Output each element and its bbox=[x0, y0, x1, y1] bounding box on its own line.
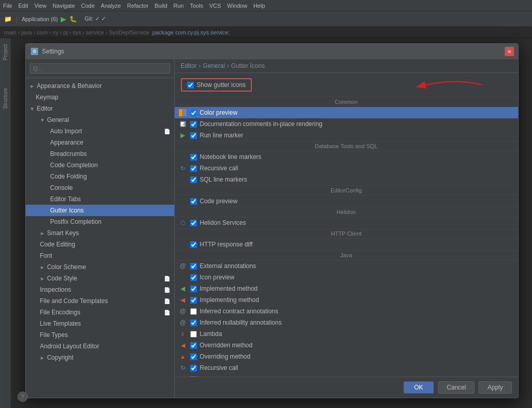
menu-edit[interactable]: Edit bbox=[19, 3, 28, 9]
menu-refactor[interactable]: Refactor bbox=[127, 3, 149, 9]
tree-item-breadcrumbs[interactable]: Breadcrumbs bbox=[26, 148, 174, 159]
inferred-contract-checkbox[interactable] bbox=[190, 308, 197, 315]
gutter-item-inferred-nullability[interactable]: @ Inferred nullability annotations bbox=[175, 317, 518, 328]
tree-item-general[interactable]: ▼ General bbox=[26, 114, 174, 126]
gutter-item-icon-preview[interactable]: Icon preview bbox=[175, 272, 518, 283]
menu-navigate[interactable]: Navigate bbox=[52, 3, 75, 9]
gutter-item-color-preview[interactable]: Color preview bbox=[175, 107, 518, 118]
tree-item-file-code-templates[interactable]: File and Code Templates 📄 bbox=[26, 295, 174, 307]
gutter-item-implemented-method[interactable]: ◀ Implemented method bbox=[175, 283, 518, 294]
lambda-label: Lambda bbox=[200, 330, 222, 338]
icon-preview-checkbox[interactable] bbox=[190, 274, 197, 281]
menu-code[interactable]: Code bbox=[81, 3, 95, 9]
tree-item-appearance-behavior[interactable]: ► Appearance & Behavior bbox=[26, 80, 174, 92]
tree-item-code-completion[interactable]: Code Completion bbox=[26, 159, 174, 171]
tree-item-code-editing[interactable]: Code Editing bbox=[26, 239, 174, 250]
gutter-item-overriding-method[interactable]: ▲ Overriding method bbox=[175, 351, 518, 362]
menu-file[interactable]: File bbox=[3, 3, 12, 9]
implementing-method-checkbox[interactable] bbox=[190, 297, 197, 304]
gutter-item-implementing-method[interactable]: ◀ Implementing method bbox=[175, 294, 518, 306]
external-annotations-checkbox[interactable] bbox=[190, 263, 197, 270]
implemented-method-checkbox[interactable] bbox=[190, 286, 197, 292]
menu-window[interactable]: Window bbox=[227, 3, 247, 9]
overriding-method-checkbox[interactable] bbox=[190, 353, 197, 360]
menu-build[interactable]: Build bbox=[155, 3, 167, 9]
helidon-services-checkbox[interactable] bbox=[190, 220, 197, 226]
dialog-titlebar: ⚙ Settings ✕ bbox=[26, 44, 518, 59]
tree-item-editor[interactable]: ▼ Editor bbox=[26, 103, 174, 114]
http-response-diff-label: HTTP response diff bbox=[200, 241, 253, 248]
tree-item-android-layout[interactable]: Android Layout Editor bbox=[26, 341, 174, 352]
tree-item-gutter-icons[interactable]: Gutter Icons bbox=[26, 205, 174, 216]
show-gutter-checkbox[interactable] bbox=[187, 82, 194, 88]
tree-item-copyright[interactable]: ► Copyright bbox=[26, 352, 174, 363]
color-preview-checkbox[interactable] bbox=[190, 110, 197, 116]
breadcrumb-editor[interactable]: Editor bbox=[181, 62, 197, 69]
gutter-item-notebook-markers[interactable]: Notebook line markers bbox=[175, 151, 518, 163]
run-line-marker-checkbox[interactable] bbox=[190, 132, 197, 139]
gutter-item-lambda[interactable]: λ Lambda bbox=[175, 328, 518, 340]
red-arrow-icon bbox=[415, 76, 487, 94]
gutter-item-overridden-method[interactable]: ◀ Overridden method bbox=[175, 340, 518, 351]
gutter-item-recursive-call[interactable]: ↻ Recursive call bbox=[175, 163, 518, 174]
tree-item-postfix-completion[interactable]: Postfix Completion bbox=[26, 216, 174, 227]
cancel-button[interactable]: Cancel bbox=[438, 381, 474, 394]
tree-item-console[interactable]: Console bbox=[26, 182, 174, 193]
tree-item-code-style[interactable]: ► Code Style 📄 bbox=[26, 273, 174, 284]
tree-item-smart-keys[interactable]: ► Smart Keys bbox=[26, 227, 174, 239]
recursive-call-icon: ↻ bbox=[179, 165, 187, 172]
gutter-item-run-line-marker[interactable]: ▶ Run line marker bbox=[175, 130, 518, 141]
lambda-checkbox[interactable] bbox=[190, 331, 197, 338]
tree-item-font[interactable]: Font bbox=[26, 250, 174, 261]
side-tab-project[interactable]: Project bbox=[2, 41, 9, 63]
tree-item-live-templates[interactable]: Live Templates bbox=[26, 318, 174, 329]
code-preview-label: Code preview bbox=[200, 198, 237, 205]
menu-tools[interactable]: Tools bbox=[190, 3, 203, 9]
tree-item-appearance[interactable]: Appearance bbox=[26, 137, 174, 148]
debug-button[interactable]: 🐛 bbox=[69, 15, 77, 23]
overridden-method-checkbox[interactable] bbox=[190, 342, 197, 349]
helidon-services-label: Helidon Services bbox=[200, 219, 246, 226]
gutter-item-external-annotations[interactable]: @ External annotations bbox=[175, 260, 518, 272]
menu-help[interactable]: Help bbox=[253, 3, 265, 9]
side-tab-structure[interactable]: Structure bbox=[2, 85, 9, 112]
tree-item-inspections[interactable]: Inspections 📄 bbox=[26, 284, 174, 295]
gutter-item-http-response-diff[interactable]: HTTP response diff bbox=[175, 239, 518, 250]
overriding-method-label: Overriding method bbox=[200, 353, 251, 360]
menu-view[interactable]: View bbox=[34, 3, 47, 9]
tree-item-file-encodings[interactable]: File Encodings 📄 bbox=[26, 307, 174, 318]
ok-button[interactable]: OK bbox=[403, 381, 434, 394]
gutter-item-code-preview[interactable]: Code preview bbox=[175, 196, 518, 207]
recursive-call-java-checkbox[interactable] bbox=[190, 365, 197, 371]
tree-item-code-folding[interactable]: Code Folding bbox=[26, 171, 174, 182]
menu-vcs[interactable]: VCS bbox=[209, 3, 221, 9]
menu-run[interactable]: Run bbox=[173, 3, 184, 9]
tree-item-file-types[interactable]: File Types bbox=[26, 329, 174, 341]
notebook-markers-checkbox[interactable] bbox=[190, 154, 197, 161]
doc-comments-checkbox[interactable] bbox=[190, 121, 197, 128]
http-response-diff-checkbox[interactable] bbox=[190, 241, 197, 248]
recursive-call-checkbox[interactable] bbox=[190, 165, 197, 172]
menu-analyze[interactable]: Analyze bbox=[101, 3, 121, 9]
doc-comments-label: Documentation comments in-place renderin… bbox=[200, 120, 323, 128]
tree-item-keymap[interactable]: Keymap bbox=[26, 92, 174, 103]
gutter-item-recursive-call-java[interactable]: ↻ Recursive call bbox=[175, 362, 518, 374]
tree-item-color-scheme[interactable]: ► Color Scheme bbox=[26, 261, 174, 273]
gutter-item-sql-markers[interactable]: SQL line markers bbox=[175, 174, 518, 185]
inferred-nullability-checkbox[interactable] bbox=[190, 320, 197, 326]
run-button[interactable]: ▶ bbox=[61, 15, 66, 23]
breadcrumb-general[interactable]: General bbox=[203, 62, 225, 69]
settings-search-input[interactable] bbox=[30, 63, 170, 74]
dialog-close-button[interactable]: ✕ bbox=[505, 47, 514, 56]
sql-markers-checkbox[interactable] bbox=[190, 176, 197, 183]
ide-code-breadcrumb: package com.cy.pj.sys.service; bbox=[152, 29, 230, 36]
gutter-item-helidon-services[interactable]: ⬡ Helidon Services bbox=[175, 217, 518, 228]
code-preview-checkbox[interactable] bbox=[190, 198, 197, 205]
tree-item-editor-tabs[interactable]: Editor Tabs bbox=[26, 193, 174, 205]
tree-item-auto-import[interactable]: Auto Import 📄 bbox=[26, 126, 174, 137]
show-gutter-label[interactable]: Show gutter icons bbox=[197, 81, 246, 88]
gutter-item-doc-comments[interactable]: 📝 Documentation comments in-place render… bbox=[175, 118, 518, 130]
apply-button[interactable]: Apply bbox=[479, 381, 511, 394]
gutter-item-inferred-contract[interactable]: @ Inferred contract annotations bbox=[175, 306, 518, 317]
show-gutter-checkbox-container[interactable]: Show gutter icons bbox=[181, 78, 252, 92]
